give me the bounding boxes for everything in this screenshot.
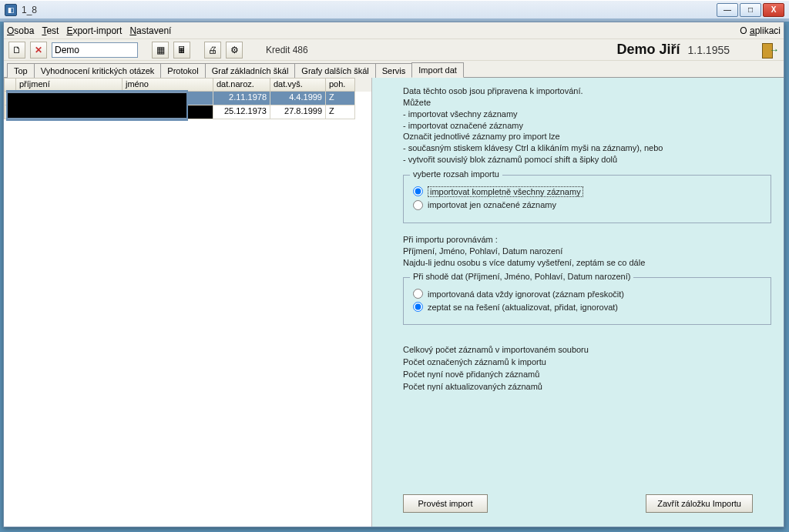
radio-conflict-ignore-input[interactable] (413, 289, 423, 299)
radio-import-marked[interactable]: importovat jen označené záznamy (413, 200, 761, 210)
menu-o-aplikaci[interactable]: O aplikaci (740, 25, 781, 36)
menu-test[interactable]: Test (42, 25, 59, 36)
person-name: Demo Jiří (616, 42, 680, 58)
stat-updated: Počet nyní aktualizovaných záznamů (403, 382, 771, 391)
new-doc-button[interactable]: 🗋 (8, 42, 25, 59)
col-poh[interactable]: poh. (326, 78, 355, 92)
tab-protokol[interactable]: Protokol (160, 63, 205, 78)
toolbar: 🗋 ✕ ▦ 🖩 🖨 ⚙ Kredit 486 Demo Jiří 1.1.195… (4, 39, 784, 61)
tab-graf-zakladnich[interactable]: Graf základních škál (205, 63, 296, 78)
radio-conflict-ask-input[interactable] (413, 302, 423, 312)
stat-marked: Počet označených záznamů k importu (403, 357, 771, 366)
radio-import-marked-label: importovat jen označené záznamy (428, 200, 556, 209)
grid-button[interactable]: ▦ (152, 42, 169, 59)
person-combo[interactable] (52, 42, 138, 58)
conflict-legend: Při shodě dat (Příjmení, Jméno, Pohlaví,… (410, 272, 633, 281)
records-grid: příjmení jméno dat.naroz. dat.vyš. poh. … (4, 78, 372, 527)
radio-import-all[interactable]: importovat kompletně všechny záznamy (413, 186, 761, 197)
tab-servis[interactable]: Servis (375, 63, 413, 78)
cell-datnaroz: 2.11.1978 (213, 92, 270, 105)
button-row: Provést import Zavřít záložku Importu (403, 494, 753, 513)
close-button[interactable]: X (763, 3, 784, 17)
content: příjmení jméno dat.naroz. dat.vyš. poh. … (4, 78, 784, 527)
intro-text: Data těchto osob jsou připravena k impor… (403, 85, 771, 166)
minimize-button[interactable]: — (717, 3, 738, 17)
radio-conflict-ignore-label: importovaná data vždy ignorovat (záznam … (428, 289, 624, 299)
stat-total: Celkový počet záznamů v importovaném sou… (403, 345, 771, 354)
cell-datnaroz: 25.12.1973 (213, 105, 270, 119)
print-button[interactable]: 🖨 (204, 42, 221, 59)
os-window: ◧ 1_8 — □ X OOsobasoba Test Export-impor… (0, 0, 789, 532)
radio-conflict-ask[interactable]: zeptat se na řešení (aktualizovat, přida… (413, 302, 761, 312)
tab-grafy-dalsich[interactable]: Grafy dalších škál (294, 63, 375, 78)
menu-nastaveni[interactable]: Nastavení (129, 25, 171, 36)
person-birthdate: 1.1.1955 (688, 44, 730, 56)
tools-button[interactable]: ⚙ (226, 42, 243, 59)
radio-conflict-ask-label: zeptat se na řešení (aktualizovat, přida… (428, 303, 618, 312)
cell-poh: Z (326, 105, 355, 119)
menu-osoba[interactable]: OOsobasoba (7, 25, 34, 36)
tab-import-dat[interactable]: Import dat (411, 62, 464, 78)
calculator-button[interactable]: 🖩 (173, 42, 190, 59)
import-panel: Data těchto osob jsou připravena k impor… (372, 78, 784, 527)
delete-button[interactable]: ✕ (30, 42, 47, 59)
scope-fieldset: vyberte rozsah importu importovat komple… (403, 175, 771, 223)
tabstrip: Top Vyhodnocení kritických otázek Protok… (4, 61, 784, 78)
do-import-button[interactable]: Provést import (403, 494, 488, 513)
redaction-block (8, 92, 186, 119)
col-datnaroz[interactable]: dat.naroz. (213, 78, 270, 92)
stat-added: Počet nyní nově přidaných záznamů (403, 370, 771, 379)
cell-datvys: 27.8.1999 (270, 105, 326, 119)
tab-vyhodnoceni[interactable]: Vyhodnocení kritických otázek (34, 63, 162, 78)
titlebar: ◧ 1_8 — □ X (0, 0, 789, 18)
stats-block: Celkový počet záznamů v importovaném sou… (403, 345, 771, 391)
cell-poh: Z (326, 92, 355, 105)
maximize-button[interactable]: □ (740, 3, 761, 17)
close-tab-button[interactable]: Zavřít záložku Importu (646, 494, 753, 513)
col-datvys[interactable]: dat.vyš. (270, 78, 326, 92)
scope-legend: vyberte rozsah importu (410, 169, 502, 179)
menu-export-import[interactable]: Export-import (66, 25, 122, 36)
radio-import-all-input[interactable] (413, 186, 423, 196)
tab-top[interactable]: Top (7, 63, 35, 78)
exit-icon[interactable] (760, 42, 779, 59)
radio-import-all-label: importovat kompletně všechny záznamy (428, 186, 583, 197)
app-window: OOsobasoba Test Export-import Nastavení … (3, 22, 784, 527)
cell-datvys: 4.4.1999 (270, 92, 326, 105)
window-title: 1_8 (22, 5, 37, 15)
conflict-fieldset: Při shodě dat (Příjmení, Jméno, Pohlaví,… (403, 277, 771, 325)
menubar: OOsobasoba Test Export-import Nastavení … (4, 22, 784, 39)
compare-text: Při importu porovnávám : Příjmení, Jméno… (403, 234, 771, 269)
kredit-label: Kredit 486 (266, 45, 308, 55)
radio-import-marked-input[interactable] (413, 200, 423, 210)
radio-conflict-ignore[interactable]: importovaná data vždy ignorovat (záznam … (413, 289, 761, 299)
app-icon: ◧ (5, 4, 17, 16)
